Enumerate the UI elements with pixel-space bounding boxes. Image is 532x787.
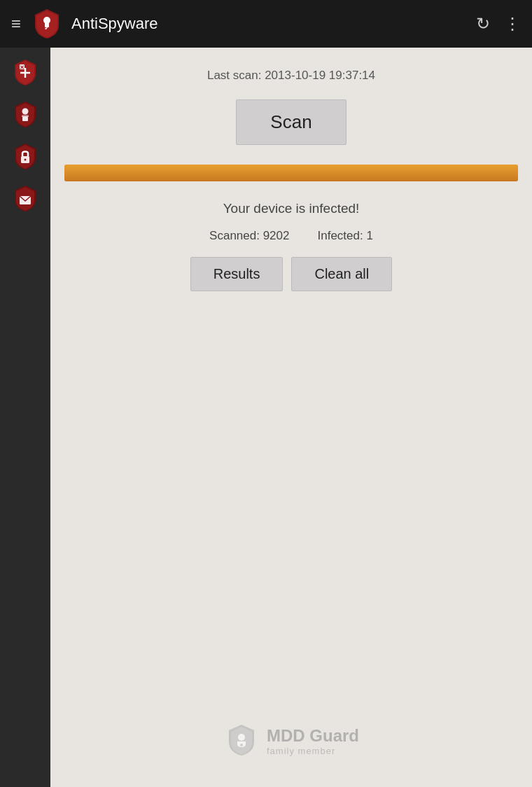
scan-stats: Scanned: 9202 Infected: 1 <box>209 229 373 243</box>
sidebar-item-lock[interactable] <box>6 137 45 176</box>
topbar-actions <box>476 14 521 34</box>
scan-button[interactable]: Scan <box>236 99 346 145</box>
footer-brand-prefix: MDD <box>267 726 309 745</box>
main-layout: ✕ <box>0 48 532 787</box>
progress-bar-container <box>64 165 518 181</box>
svg-text:✕: ✕ <box>20 64 24 71</box>
footer-logo: MDD Guard family member <box>223 723 359 759</box>
more-icon[interactable] <box>504 14 521 34</box>
menu-icon[interactable] <box>11 14 21 34</box>
scanned-count: Scanned: 9202 <box>209 229 289 243</box>
action-buttons: Results Clean all <box>190 257 393 291</box>
footer-logo-text: MDD Guard family member <box>267 726 359 756</box>
svg-text:✓: ✓ <box>44 25 50 32</box>
footer-brand-bold: Guard <box>309 726 359 745</box>
app-logo: ✓ <box>31 8 63 40</box>
sidebar-item-mail[interactable] <box>6 179 45 218</box>
content-area: Last scan: 2013-10-19 19:37:14 Scan Your… <box>50 48 532 787</box>
results-button[interactable]: Results <box>190 257 284 291</box>
footer-brand-sub: family member <box>267 746 359 756</box>
footer-shield-icon <box>223 723 260 759</box>
topbar: ✓ AntiSpyware <box>0 0 532 48</box>
progress-bar-fill <box>64 165 518 181</box>
svg-point-15 <box>240 744 243 746</box>
last-scan-text: Last scan: 2013-10-19 19:37:14 <box>207 69 375 83</box>
svg-point-7 <box>22 109 29 115</box>
infected-count: Infected: 1 <box>318 229 373 243</box>
sidebar-item-alerts[interactable] <box>6 95 45 134</box>
sidebar: ✕ <box>0 48 50 787</box>
svg-point-12 <box>24 159 27 161</box>
refresh-icon[interactable] <box>476 14 490 34</box>
svg-rect-9 <box>22 117 28 121</box>
sidebar-item-home[interactable]: ✕ <box>6 53 45 92</box>
clean-all-button[interactable]: Clean all <box>291 257 392 291</box>
infected-status-text: Your device is infected! <box>223 201 360 216</box>
app-title: AntiSpyware <box>71 15 476 33</box>
svg-point-14 <box>238 734 245 741</box>
footer-brand-main: MDD Guard <box>267 726 359 746</box>
